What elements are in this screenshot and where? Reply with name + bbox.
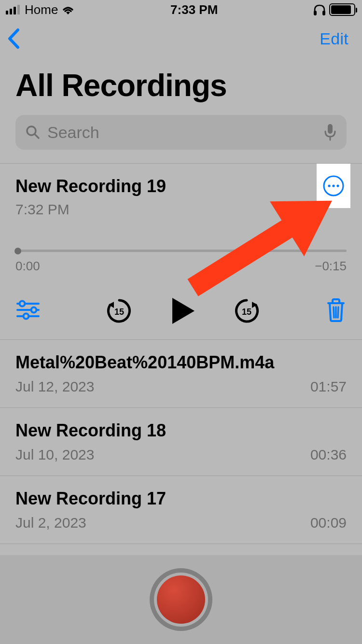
status-left: Home [6, 2, 75, 17]
recording-row-date: Jul 12, 2023 [15, 378, 94, 395]
rewind-15-icon: 15 [106, 297, 133, 324]
svg-rect-1 [322, 11, 325, 15]
status-clock: 7:33 PM [170, 2, 218, 17]
play-button[interactable] [170, 297, 195, 325]
wifi-icon [61, 4, 75, 15]
search-icon [25, 125, 41, 140]
cell-signal-icon [6, 5, 20, 14]
svg-point-8 [332, 184, 334, 187]
svg-line-3 [35, 134, 39, 138]
more-options-button[interactable] [317, 164, 350, 208]
status-bar: Home 7:33 PM [0, 0, 362, 19]
recordings-list: Metal%20Beat%20140BPM.m4a Jul 12, 2023 0… [0, 340, 362, 581]
page-title: All Recordings [0, 58, 362, 115]
recording-expanded: New Recording 19 7:32 PM 0:00 −0:15 [0, 163, 362, 340]
play-icon [170, 297, 195, 325]
svg-point-11 [20, 301, 25, 307]
recording-row-title: Metal%20Beat%20140BPM.m4a [15, 352, 347, 373]
status-right [313, 3, 355, 16]
record-icon [157, 575, 205, 624]
search-placeholder: Search [47, 123, 317, 142]
sliders-icon [15, 299, 41, 321]
svg-point-7 [328, 184, 330, 187]
recording-row-title: New Recording 17 [15, 489, 347, 509]
svg-text:15: 15 [114, 307, 124, 317]
svg-rect-0 [314, 11, 317, 15]
carrier-label: Home [25, 2, 58, 17]
recording-time: 7:32 PM [15, 201, 166, 218]
dictate-icon[interactable] [323, 123, 337, 141]
edit-button[interactable]: Edit [320, 29, 348, 48]
headphones-icon [313, 3, 326, 16]
skip-forward-15-button[interactable]: 15 [233, 297, 260, 324]
forward-15-icon: 15 [233, 297, 260, 324]
trash-icon [325, 297, 347, 322]
recording-row-date: Jul 10, 2023 [15, 447, 94, 463]
recording-row[interactable]: New Recording 18 Jul 10, 2023 00:36 [0, 408, 362, 476]
recording-row-date: Jul 2, 2023 [15, 515, 86, 531]
recording-row-duration: 00:09 [310, 515, 347, 531]
record-button[interactable] [150, 568, 212, 631]
skip-back-15-button[interactable]: 15 [106, 297, 133, 324]
battery-icon [329, 3, 355, 16]
delete-button[interactable] [325, 297, 347, 324]
recording-row-duration: 01:57 [310, 378, 347, 395]
svg-text:15: 15 [242, 307, 251, 317]
recording-row-title: New Recording 18 [15, 420, 347, 441]
time-elapsed: 0:00 [15, 259, 40, 274]
recording-title[interactable]: New Recording 19 [15, 176, 166, 196]
svg-point-13 [31, 308, 37, 313]
playback-options-button[interactable] [15, 299, 41, 322]
svg-rect-4 [328, 124, 333, 134]
svg-point-15 [24, 314, 29, 319]
recording-row[interactable]: Metal%20Beat%20140BPM.m4a Jul 12, 2023 0… [0, 340, 362, 408]
bottom-dock [0, 555, 362, 644]
svg-line-18 [334, 307, 334, 318]
playback-scrubber[interactable]: 0:00 −0:15 [15, 250, 347, 274]
time-remaining: −0:15 [315, 259, 347, 274]
recording-row-duration: 00:36 [310, 447, 347, 463]
recording-row[interactable]: New Recording 17 Jul 2, 2023 00:09 [0, 476, 362, 544]
nav-bar: Edit [0, 19, 362, 58]
svg-line-20 [338, 307, 338, 318]
ellipsis-circle-icon [322, 175, 345, 197]
back-button[interactable] [7, 28, 21, 49]
search-input[interactable]: Search [15, 115, 347, 150]
svg-point-9 [336, 184, 339, 187]
